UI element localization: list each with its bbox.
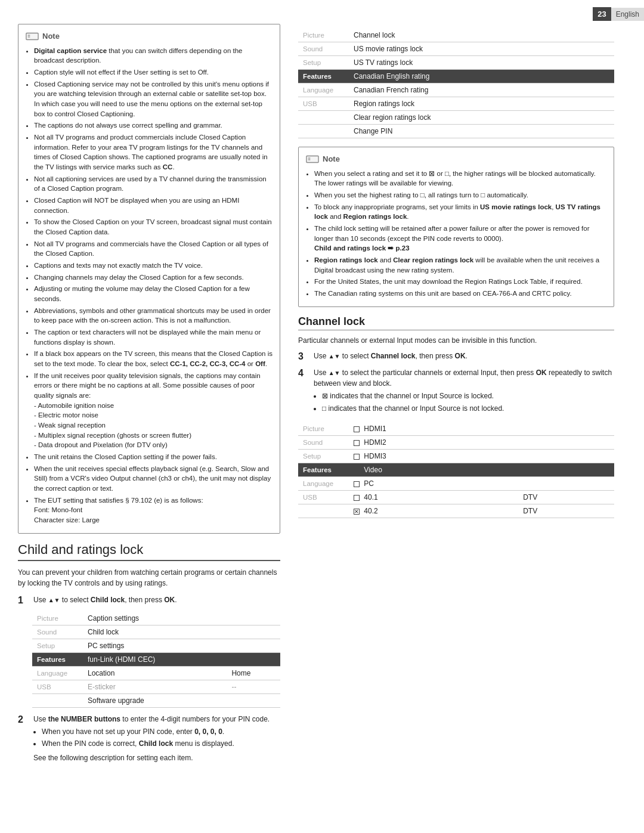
note-item: If a black box appears on the TV screen,… <box>34 349 273 368</box>
menu-col2: Change PIN <box>349 125 614 138</box>
note-item: The EUT setting that satisfies § 79.102 … <box>34 496 273 525</box>
checkbox-unchecked <box>354 481 360 487</box>
bullet-item: □ indicates that the channel or Input So… <box>322 404 614 414</box>
table-row: Picture Caption settings <box>32 612 280 625</box>
note-item: Region ratings lock and Clear region rat… <box>314 255 606 275</box>
menu-col3 <box>518 436 614 450</box>
note-item: The unit retains the Closed Caption sett… <box>34 452 273 462</box>
table-row: Sound US movie ratings lock <box>298 42 614 56</box>
menu-col3 <box>518 477 614 491</box>
table-row: Software upgrade <box>32 693 280 707</box>
menu-col2: Region ratings lock <box>349 97 614 111</box>
table-row-selected: Features Video <box>298 463 614 477</box>
note-item: Closed Captioning service may not be con… <box>34 79 273 119</box>
menu-col2: E-sticker <box>83 680 227 693</box>
table-row: Change PIN <box>298 125 614 138</box>
step-4-number: 4 <box>298 367 309 380</box>
note-list-left: Digital caption service that you can swi… <box>26 46 273 525</box>
menu-col1 <box>298 111 349 125</box>
menu-col1: USB <box>298 97 349 111</box>
menu-col3 <box>227 652 280 666</box>
checkbox-unchecked <box>354 467 360 473</box>
menu-col3 <box>227 625 280 639</box>
step-4: 4 Use ▲▼ to select the particular channe… <box>298 367 614 417</box>
section-intro-child-lock: You can prevent your children from watch… <box>18 567 280 589</box>
menu-col3: DTV <box>518 491 614 504</box>
menu-col2: Caption settings <box>83 612 227 625</box>
menu-col1: Setup <box>298 450 349 463</box>
menu2-container: Picture Channel lock Sound US movie rati… <box>298 29 614 138</box>
menu-col3 <box>518 450 614 463</box>
note-item: The child lock setting will be retained … <box>314 224 606 253</box>
page-language: English <box>611 8 644 21</box>
menu-col3: Home <box>227 666 280 680</box>
step-4-bullets: ⊠ indicates that the channel or Input So… <box>314 391 614 414</box>
menu-col2: 40.1 <box>349 491 518 504</box>
menu-col3: -- <box>227 680 280 693</box>
menu-col1: Sound <box>298 436 349 450</box>
menu-col2: HDMI3 <box>349 450 518 463</box>
note-item: The caption or text characters will not … <box>34 327 273 347</box>
checkbox-unchecked <box>354 440 360 446</box>
menu1-container: Picture Caption settings Sound Child loc… <box>32 612 280 708</box>
checkbox-unchecked <box>354 426 360 432</box>
step-3-text: Use ▲▼ to select Channel lock, then pres… <box>314 351 467 361</box>
menu-col2: Location <box>83 666 227 680</box>
section-title-child-lock: Child and ratings lock <box>18 542 280 561</box>
table-row: USB Region ratings lock <box>298 97 614 111</box>
note-item: The captions do not always use correct s… <box>34 120 273 131</box>
note-icon-left <box>26 32 39 41</box>
menu-col2: US TV ratings lock <box>349 56 614 70</box>
menu-col2: PC settings <box>83 639 227 652</box>
table-row-selected: Features fun-Link (HDMI CEC) <box>32 652 280 666</box>
menu-col1: Language <box>32 666 83 680</box>
table-row: Language PC <box>298 477 614 491</box>
menu-col2: Child lock <box>83 625 227 639</box>
menu-col1 <box>298 504 349 518</box>
table-row: Picture HDMI1 <box>298 422 614 436</box>
menu2-table: Picture Channel lock Sound US movie rati… <box>298 29 614 138</box>
note-item: To show the Closed Caption on your TV sc… <box>34 217 273 237</box>
menu-col3 <box>227 693 280 707</box>
menu-col2: Channel lock <box>349 29 614 42</box>
svg-rect-3 <box>306 156 318 162</box>
menu-col3 <box>518 422 614 436</box>
menu-col2: US movie ratings lock <box>349 42 614 56</box>
menu-col3: DTV <box>518 504 614 518</box>
note-title-left: Note <box>42 30 60 42</box>
menu-col2: HDMI1 <box>349 422 518 436</box>
checkbox-unchecked <box>354 454 360 460</box>
note-header-right: Note <box>306 153 606 165</box>
menu-col1: Language <box>298 83 349 97</box>
note-item: When the unit receives special effects p… <box>34 464 273 494</box>
menu-col2: Clear region ratings lock <box>349 111 614 125</box>
step-3-number: 3 <box>298 351 309 363</box>
menu-col1: USB <box>298 491 349 504</box>
menu-col1: Language <box>298 477 349 491</box>
menu-col2: fun-Link (HDMI CEC) <box>83 652 227 666</box>
table-row: Sound HDMI2 <box>298 436 614 450</box>
step-2-number: 2 <box>18 714 29 726</box>
menu-col1: Features <box>298 70 349 83</box>
table-row: Language Location Home <box>32 666 280 680</box>
table-row: 40.2 DTV <box>298 504 614 518</box>
table-row: USB E-sticker -- <box>32 680 280 693</box>
checkbox-unchecked <box>354 495 360 501</box>
note-item: When you select a rating and set it to ⊠… <box>314 169 606 188</box>
svg-rect-0 <box>26 33 38 39</box>
menu-col1: Setup <box>298 56 349 70</box>
table-row: Picture Channel lock <box>298 29 614 42</box>
channel-lock-title: Channel lock <box>298 315 614 330</box>
note-item: Captions and texts may not exactly match… <box>34 261 273 271</box>
menu-col1: Features <box>298 463 349 477</box>
table-row: Clear region ratings lock <box>298 111 614 125</box>
step-2: 2 Use the NUMBER buttons to enter the 4-… <box>18 714 280 764</box>
note-item: If the unit receives poor quality televi… <box>34 371 273 450</box>
menu-col1 <box>298 125 349 138</box>
step-2-extra: See the following description for settin… <box>33 754 193 762</box>
note-item: Caption style will not effect if the Use… <box>34 67 273 78</box>
note-list-right: When you select a rating and set it to ⊠… <box>306 169 606 299</box>
right-column: Picture Channel lock Sound US movie rati… <box>292 24 614 768</box>
note-item: When you set the highest rating to □, al… <box>314 190 606 200</box>
note-item: Adjusting or muting the volume may delay… <box>34 284 273 304</box>
